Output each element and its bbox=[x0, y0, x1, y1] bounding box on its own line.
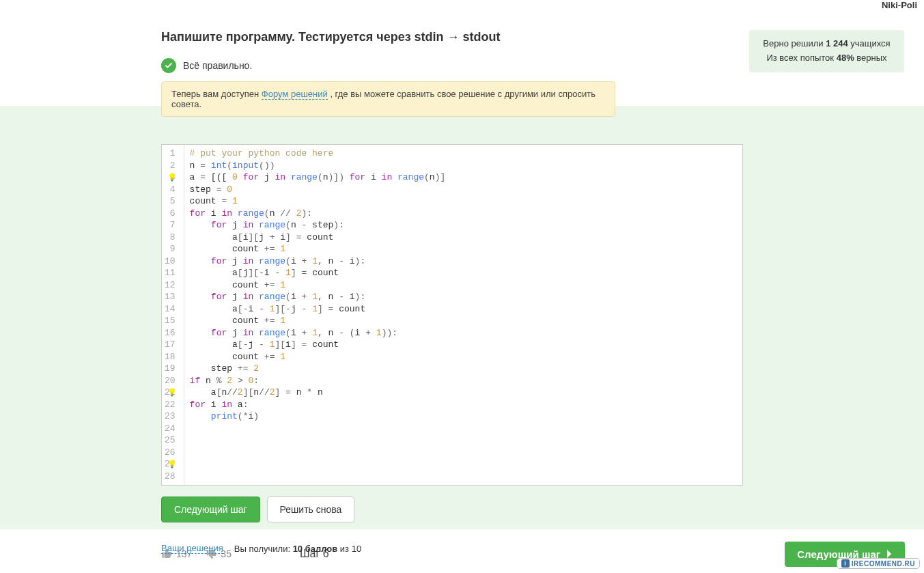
code-line[interactable]: for i in a: bbox=[190, 399, 446, 411]
line-number: 16 bbox=[165, 327, 176, 339]
code-line[interactable]: count = 1 bbox=[190, 195, 446, 208]
line-number: 28 bbox=[165, 471, 176, 483]
line-number: 5 bbox=[165, 195, 176, 208]
code-line[interactable]: step = 0 bbox=[190, 184, 446, 196]
line-number: 22 bbox=[165, 399, 176, 411]
line-number: 1 bbox=[165, 148, 176, 160]
code-line[interactable]: for i in range(n // 2): bbox=[190, 208, 446, 220]
code-line[interactable]: n = int(input()) bbox=[190, 160, 446, 172]
code-line[interactable]: for j in range(i + 1, n - i): bbox=[190, 255, 446, 268]
line-number: 24 bbox=[165, 423, 176, 435]
line-number: 12 bbox=[165, 279, 176, 292]
line-number: 18 bbox=[165, 351, 176, 363]
footer-bar: 137 35 Шаг 6 Следующий шаг bbox=[0, 535, 924, 573]
line-number: 26 bbox=[165, 447, 176, 459]
line-number: 11 bbox=[165, 267, 176, 279]
line-number: 10 bbox=[165, 255, 176, 268]
line-number: 15 bbox=[165, 315, 176, 327]
next-step-button[interactable]: Следующий шаг bbox=[161, 497, 260, 522]
code-line[interactable]: a[-i - 1][-j - 1] = count bbox=[190, 303, 446, 316]
line-number: 4 bbox=[165, 184, 176, 196]
code-line[interactable]: for j in range(i + 1, n - i): bbox=[190, 291, 446, 303]
line-number: 20 bbox=[165, 375, 176, 387]
lightbulb-icon[interactable]: 💡 bbox=[167, 172, 177, 184]
line-number: 17 bbox=[165, 339, 176, 351]
code-line[interactable]: for j in range(i + 1, n - (i + 1)): bbox=[190, 327, 446, 339]
code-line[interactable] bbox=[190, 471, 446, 483]
line-gutter: 123💡456789101112131415161718192021💡22232… bbox=[162, 145, 184, 485]
code-line[interactable]: count += 1 bbox=[190, 243, 446, 255]
code-line[interactable]: a[n//2][n//2] = n * n bbox=[190, 387, 446, 399]
watermark: iIRECOMMEND.RU bbox=[837, 558, 920, 569]
line-number: 2 bbox=[165, 160, 176, 172]
task-title: Напишите программу. Тестируется через st… bbox=[161, 30, 749, 44]
code-line[interactable]: if n % 2 > 0: bbox=[190, 375, 446, 387]
line-number: 7 bbox=[165, 219, 176, 232]
code-line[interactable]: a = [([ 0 for j in range(n)]) for i in r… bbox=[190, 171, 446, 184]
code-line[interactable] bbox=[190, 423, 446, 435]
forum-link[interactable]: Форум решений bbox=[262, 89, 328, 100]
code-area[interactable]: # put your python code heren = int(input… bbox=[184, 145, 451, 485]
line-number: 9 bbox=[165, 243, 176, 255]
lightbulb-icon[interactable]: 💡 bbox=[167, 459, 177, 471]
line-number: 14 bbox=[165, 303, 176, 316]
line-number: 27💡 bbox=[165, 458, 176, 471]
line-number: 23 bbox=[165, 410, 176, 423]
checkmark-icon bbox=[161, 58, 176, 73]
stats-box: Верно решили 1 244 учащихся Из всех попы… bbox=[749, 30, 904, 72]
forum-banner: Теперь вам доступен Форум решений , где … bbox=[161, 81, 615, 117]
your-solutions-link[interactable]: Ваши решения bbox=[161, 543, 223, 554]
code-line[interactable]: # put your python code here bbox=[190, 148, 446, 160]
code-line[interactable]: a[j][-i - 1] = count bbox=[190, 267, 446, 279]
line-number: 25 bbox=[165, 434, 176, 447]
line-number: 8 bbox=[165, 232, 176, 244]
solve-again-button[interactable]: Решить снова bbox=[267, 497, 355, 522]
code-line[interactable]: step += 2 bbox=[190, 363, 446, 375]
code-line[interactable]: count += 1 bbox=[190, 315, 446, 327]
line-number: 19 bbox=[165, 363, 176, 375]
line-number: 13 bbox=[165, 291, 176, 303]
code-line[interactable]: for j in range(n - step): bbox=[190, 219, 446, 232]
code-line[interactable]: count += 1 bbox=[190, 351, 446, 363]
code-line[interactable] bbox=[190, 458, 446, 471]
code-line[interactable]: a[-j - 1][i] = count bbox=[190, 339, 446, 351]
code-line[interactable] bbox=[190, 447, 446, 459]
code-line[interactable]: a[i][j + i] = count bbox=[190, 232, 446, 244]
code-line[interactable]: count += 1 bbox=[190, 279, 446, 292]
line-number: 3💡 bbox=[165, 171, 176, 184]
line-number: 21💡 bbox=[165, 387, 176, 399]
code-line[interactable] bbox=[190, 434, 446, 447]
code-editor[interactable]: 123💡456789101112131415161718192021💡22232… bbox=[161, 144, 743, 486]
code-line[interactable]: print(*i) bbox=[190, 410, 446, 423]
user-label: Niki-Poli bbox=[882, 0, 917, 10]
score-text: Вы получили: 10 баллов из 10 bbox=[234, 544, 361, 554]
lightbulb-icon[interactable]: 💡 bbox=[167, 387, 177, 400]
line-number: 6 bbox=[165, 208, 176, 220]
correct-status: Всё правильно. bbox=[183, 60, 252, 71]
